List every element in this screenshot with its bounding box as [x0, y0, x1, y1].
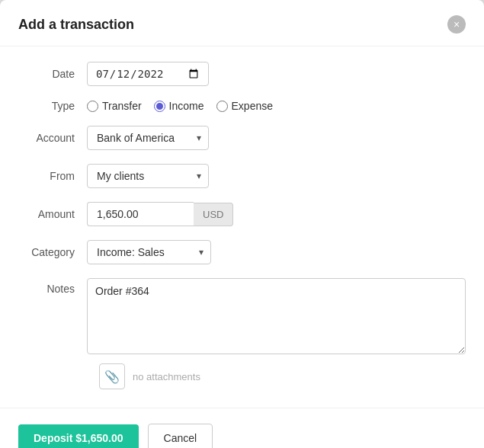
type-transfer-radio[interactable] — [87, 101, 98, 112]
type-expense-label: Expense — [232, 100, 273, 112]
type-income-option[interactable]: Income — [154, 100, 204, 112]
form-body: Date Type Transfer Income Expense — [0, 46, 484, 389]
account-row: Account Bank of America Savings Cash ▾ — [18, 126, 466, 150]
date-row: Date — [18, 62, 466, 86]
account-dropdown-wrapper: Bank of America Savings Cash ▾ — [87, 126, 209, 150]
date-field-wrapper — [87, 62, 466, 86]
amount-row: Amount USD — [18, 202, 466, 226]
type-income-radio[interactable] — [154, 101, 165, 112]
account-select[interactable]: Bank of America Savings Cash — [87, 126, 209, 150]
type-label: Type — [18, 100, 87, 112]
date-input[interactable] — [87, 62, 209, 86]
notes-textarea[interactable]: Order #364 — [87, 278, 466, 354]
from-label: From — [18, 170, 87, 182]
from-dropdown-wrapper: My clients Other ▾ — [87, 164, 209, 188]
from-select-wrapper: My clients Other ▾ — [87, 164, 466, 188]
type-transfer-option[interactable]: Transfer — [87, 100, 142, 112]
currency-badge: USD — [194, 203, 233, 226]
type-transfer-label: Transfer — [102, 100, 142, 112]
notes-label: Notes — [18, 278, 87, 295]
dialog-title: Add a transaction — [18, 17, 134, 33]
attachments-row: 📎 no attachments — [99, 363, 466, 389]
type-expense-option[interactable]: Expense — [216, 100, 273, 112]
type-row: Type Transfer Income Expense — [18, 100, 466, 112]
account-label: Account — [18, 132, 87, 144]
type-radio-group: Transfer Income Expense — [87, 100, 466, 112]
amount-row-inner: USD — [87, 202, 466, 226]
account-select-wrapper: Bank of America Savings Cash ▾ — [87, 126, 466, 150]
notes-row: Notes Order #364 — [18, 278, 466, 354]
close-button[interactable]: × — [447, 15, 466, 34]
category-dropdown-wrapper: Income: Sales Income: Other Expense: Gen… — [87, 240, 211, 264]
paperclip-icon: 📎 — [104, 370, 120, 384]
amount-field-wrapper: USD — [87, 202, 466, 226]
amount-label: Amount — [18, 208, 87, 220]
attach-button[interactable]: 📎 — [99, 363, 125, 389]
category-label: Category — [18, 246, 87, 258]
type-expense-radio[interactable] — [216, 101, 228, 112]
from-row: From My clients Other ▾ — [18, 164, 466, 188]
type-income-label: Income — [169, 100, 204, 112]
category-row: Category Income: Sales Income: Other Exp… — [18, 240, 466, 264]
category-select[interactable]: Income: Sales Income: Other Expense: Gen… — [87, 240, 211, 264]
from-select[interactable]: My clients Other — [87, 164, 209, 188]
add-transaction-dialog: Add a transaction × Date Type Transfer I… — [0, 0, 484, 448]
date-label: Date — [18, 68, 87, 80]
no-attachments-text: no attachments — [133, 371, 200, 382]
amount-input[interactable] — [87, 202, 194, 226]
cancel-button[interactable]: Cancel — [148, 424, 213, 448]
deposit-button[interactable]: Deposit $1,650.00 — [18, 424, 139, 448]
category-select-wrapper: Income: Sales Income: Other Expense: Gen… — [87, 240, 466, 264]
dialog-footer: Deposit $1,650.00 Cancel — [0, 408, 484, 448]
dialog-header: Add a transaction × — [0, 0, 484, 46]
